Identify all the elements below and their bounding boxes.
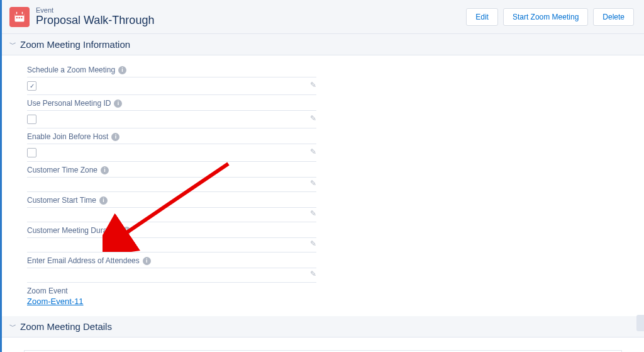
start-zoom-button[interactable]: Start Zoom Meeting — [503, 8, 588, 26]
field-schedule: Schedule a Zoom Meetingi — [27, 62, 316, 77]
label-zoom-event: Zoom Event — [27, 287, 316, 295]
checkbox-schedule[interactable] — [27, 81, 36, 91]
info-icon[interactable]: i — [118, 66, 126, 74]
info-icon[interactable]: i — [143, 257, 151, 265]
pencil-icon[interactable]: ✎ — [304, 270, 316, 278]
value-join-before: ✎ — [27, 144, 316, 162]
field-attendees: Enter Email Address of Attendeesi — [27, 253, 316, 268]
pencil-icon[interactable]: ✎ — [304, 209, 316, 218]
label-cust-tz: Customer Time Zonei — [27, 166, 316, 174]
field-cust-duration: Customer Meeting Durationi — [27, 222, 316, 238]
info-icon[interactable]: i — [123, 227, 131, 235]
pencil-icon[interactable]: ✎ — [304, 114, 316, 123]
label-schedule: Schedule a Zoom Meetingi — [27, 65, 316, 74]
edit-button[interactable]: Edit — [466, 8, 498, 26]
info-icon[interactable]: i — [114, 99, 122, 108]
field-cust-tz: Customer Time Zonei — [27, 162, 316, 178]
chevron-down-icon: ﹀ — [9, 40, 16, 49]
svg-rect-6 — [21, 17, 22, 18]
label-attendees: Enter Email Address of Attendeesi — [27, 256, 316, 265]
checkbox-join-before[interactable] — [27, 148, 36, 157]
field-personal-id: Use Personal Meeting IDi — [27, 95, 316, 111]
header-actions: Edit Start Zoom Meeting Delete — [466, 8, 634, 26]
value-schedule: ✎ — [27, 77, 316, 95]
zoom-info-body: Schedule a Zoom Meetingi ✎ Use Personal … — [2, 55, 644, 316]
svg-rect-2 — [16, 11, 18, 14]
value-personal-id: ✎ — [27, 111, 316, 128]
info-icon[interactable]: i — [111, 133, 119, 141]
page-title: Proposal Walk-Through — [36, 14, 466, 27]
section-zoom-info-header[interactable]: ﹀ Zoom Meeting Information — [2, 34, 644, 55]
page-header: Event Proposal Walk-Through Edit Start Z… — [2, 0, 644, 34]
field-cust-start: Customer Start Timei — [27, 192, 316, 208]
value-cust-start[interactable]: ✎ — [27, 208, 316, 222]
zoom-event-link[interactable]: Zoom-Event-11 — [27, 297, 84, 306]
field-zoom-event: Zoom Event — [27, 283, 316, 295]
section-zoom-details-title: Zoom Meeting Details — [20, 321, 112, 332]
info-icon[interactable]: i — [101, 166, 109, 174]
section-zoom-details-header[interactable]: ﹀ Zoom Meeting Details — [2, 316, 644, 338]
field-join-before: Enable Join Before Hosti — [27, 128, 316, 144]
value-zoom-event: Zoom-Event-11 — [27, 295, 316, 310]
pencil-icon[interactable]: ✎ — [304, 239, 316, 248]
checkbox-personal-id[interactable] — [27, 115, 36, 124]
calendar-icon — [9, 7, 30, 27]
svg-rect-3 — [22, 11, 23, 14]
pencil-icon[interactable]: ✎ — [304, 81, 316, 89]
svg-rect-5 — [19, 17, 20, 18]
delete-button[interactable]: Delete — [593, 8, 634, 26]
info-icon[interactable]: i — [99, 196, 108, 205]
label-cust-duration: Customer Meeting Durationi — [27, 226, 316, 235]
section-zoom-info-title: Zoom Meeting Information — [20, 39, 130, 50]
value-attendees[interactable]: ✎ — [27, 268, 316, 283]
pencil-icon[interactable]: ✎ — [304, 147, 316, 156]
value-cust-duration[interactable]: ✎ — [27, 238, 316, 253]
eyebrow: Event — [36, 6, 466, 14]
value-cust-tz[interactable]: ✎ — [27, 178, 316, 192]
label-cust-start: Customer Start Timei — [27, 196, 316, 205]
label-join-before: Enable Join Before Hosti — [27, 132, 316, 141]
chevron-down-icon: ﹀ — [9, 322, 16, 331]
title-block: Event Proposal Walk-Through — [36, 6, 466, 27]
page-root: Event Proposal Walk-Through Edit Start Z… — [0, 0, 644, 352]
svg-rect-4 — [16, 17, 18, 18]
side-handle[interactable] — [636, 315, 644, 331]
label-personal-id: Use Personal Meeting IDi — [27, 99, 316, 108]
pencil-icon[interactable]: ✎ — [304, 179, 316, 188]
